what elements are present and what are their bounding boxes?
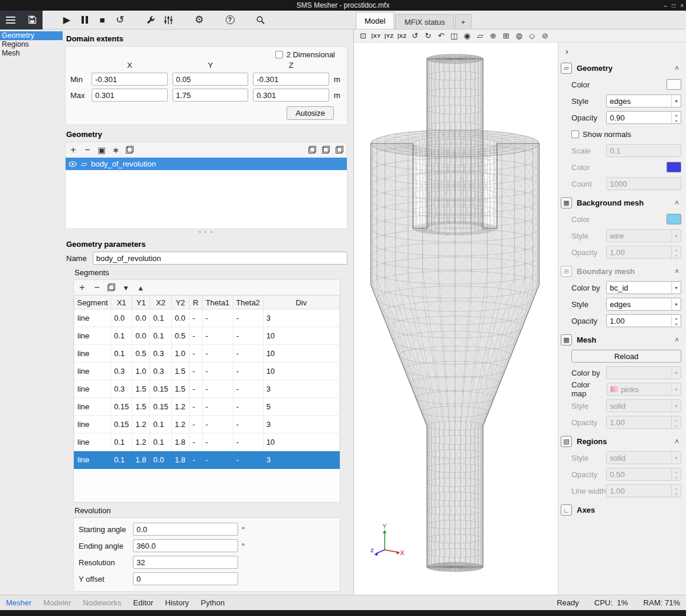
boundary-mesh-style-select[interactable]: edges▾ [606,298,681,311]
segments-cell[interactable]: - [202,345,233,363]
segments-cell[interactable]: 10 [263,434,339,451]
two-dimensional-checkbox[interactable]: 2 Dimensional [275,50,335,59]
mode-editor[interactable]: Editor [133,598,153,607]
build-button[interactable] [142,12,160,28]
segments-cell[interactable]: - [189,416,202,434]
segments-cell[interactable]: 0.1 [111,345,132,363]
tab-add[interactable]: + [455,14,472,29]
segments-cell[interactable]: - [233,345,263,363]
segments-cell[interactable]: 10 [263,327,339,345]
save-button[interactable] [23,12,41,28]
segments-cell[interactable]: - [189,345,202,363]
viewport-canvas[interactable]: Y X z [354,43,558,595]
zmin-input[interactable] [253,73,329,86]
segments-row[interactable]: line0.10.50.31.0---10 [74,345,340,363]
segments-cell[interactable]: 0.15 [150,380,171,398]
segments-cell[interactable]: - [233,416,263,434]
segments-cell[interactable]: - [233,327,263,345]
segments-row[interactable]: line0.11.20.11.8---10 [74,434,340,451]
segments-cell[interactable]: line [74,363,111,380]
remove-geometry-button[interactable]: − [83,145,92,155]
name-input[interactable] [93,252,347,265]
revolution-field-input[interactable] [133,556,238,569]
splitter-handle[interactable]: • • • [65,230,347,235]
segments-cell[interactable]: 1.2 [132,416,150,434]
show-normals-checkbox[interactable]: Show normals [571,130,631,139]
segments-cell[interactable]: - [202,363,233,380]
segments-row[interactable]: line0.151.20.11.2---3 [74,416,340,434]
toggle-mesh-button[interactable]: ◍ [513,30,525,41]
parameters-button[interactable] [160,12,177,28]
segments-cell[interactable]: 0.1 [111,327,132,345]
segments-row[interactable]: line0.31.50.151.5---3 [74,380,340,398]
add-segment-button[interactable]: + [78,282,86,293]
spinner-arrows-icon[interactable]: ▴▾ [671,112,681,123]
autosize-button[interactable]: Autosize [287,106,334,120]
segments-cell[interactable]: 0.1 [111,434,132,451]
segments-cell[interactable]: 1.8 [132,451,150,469]
segments-cell[interactable]: 0.3 [150,345,171,363]
duplicate-button[interactable] [336,146,343,154]
search-button[interactable] [252,12,269,28]
vis-boundary-mesh-header[interactable]: ⊞ Boundary mesh ˄ [561,263,681,279]
chevron-up-icon[interactable]: ˄ [675,64,681,73]
pause-button[interactable] [76,12,93,28]
procedural-wand-button[interactable]: ∗ [112,145,120,155]
xmax-input[interactable] [92,89,168,102]
ymax-input[interactable] [173,89,249,102]
segments-cell[interactable]: 1.0 [171,345,189,363]
segments-cell[interactable]: - [189,309,202,327]
segments-row[interactable]: line0.11.80.01.8---3 [74,451,340,469]
chevron-up-icon[interactable]: ˄ [675,438,681,446]
zmax-input[interactable] [253,89,329,102]
perspective-toggle-button[interactable]: ◫ [448,30,460,41]
segments-cell[interactable]: - [202,451,233,469]
segments-cell[interactable]: 1.2 [171,398,189,416]
segments-cell[interactable]: - [233,380,263,398]
view-xy-button[interactable]: |XY [370,30,382,41]
segments-row[interactable]: line0.151.50.151.2---5 [74,398,340,416]
segments-cell[interactable]: line [74,380,111,398]
tab-model[interactable]: Model [356,12,394,29]
segments-cell[interactable]: 0.5 [171,327,189,345]
xmin-input[interactable] [92,73,168,86]
boundary-mesh-opacity-spinner[interactable]: 1.00▴▾ [606,314,681,327]
spinner-arrows-icon[interactable]: ▴▾ [671,315,681,327]
toggle-regions-button[interactable]: ◇ [526,30,538,41]
segments-cell[interactable]: 0.3 [111,363,132,380]
segments-cell[interactable]: - [233,398,263,416]
reset-rotation-button[interactable]: ↶ [435,30,447,41]
boundary-mesh-color-by-select[interactable]: bc_id▾ [606,281,681,294]
segments-cell[interactable]: 1.8 [171,451,189,469]
toggle-geometry-button[interactable]: ▱ [474,30,486,41]
segments-cell[interactable]: 3 [263,309,339,327]
geometry-color-swatch[interactable] [667,79,681,90]
segments-cell[interactable]: 1.5 [132,380,150,398]
segments-cell[interactable]: 0.1 [150,309,171,327]
segments-cell[interactable]: - [202,434,233,451]
segments-cell[interactable]: 1.5 [132,398,150,416]
chevron-up-icon[interactable]: ˄ [675,199,681,207]
geometry-tree-item[interactable]: ▱ body_of_revolution [66,158,347,170]
ungroup-button[interactable] [322,146,330,154]
geometry-style-select[interactable]: edges▾ [606,94,681,107]
segments-cell[interactable]: - [233,363,263,380]
segments-cell[interactable]: 0.0 [171,309,189,327]
move-segment-up-button[interactable]: ▴ [136,283,145,292]
segments-cell[interactable]: line [74,434,111,451]
import-stl-button[interactable]: ▣ [97,145,106,155]
view-xz-button[interactable]: |XZ [396,30,408,41]
segment-menu-button[interactable]: ▾ [122,283,130,292]
segments-cell[interactable]: line [74,345,111,363]
revolution-field-input[interactable] [133,572,238,585]
segments-row[interactable]: line0.00.00.10.0---3 [74,309,340,327]
segments-cell[interactable]: 1.0 [132,363,150,380]
copy-geometry-button[interactable] [126,146,134,154]
nav-item-geometry[interactable]: Geometry [0,31,63,40]
segments-cell[interactable]: 0.0 [132,309,150,327]
segments-cell[interactable]: - [233,434,263,451]
group-button[interactable] [308,146,316,154]
toggle-axes-button[interactable]: ⊘ [539,30,551,41]
chevron-up-icon[interactable]: ˄ [675,336,681,344]
segments-cell[interactable]: - [189,451,202,469]
